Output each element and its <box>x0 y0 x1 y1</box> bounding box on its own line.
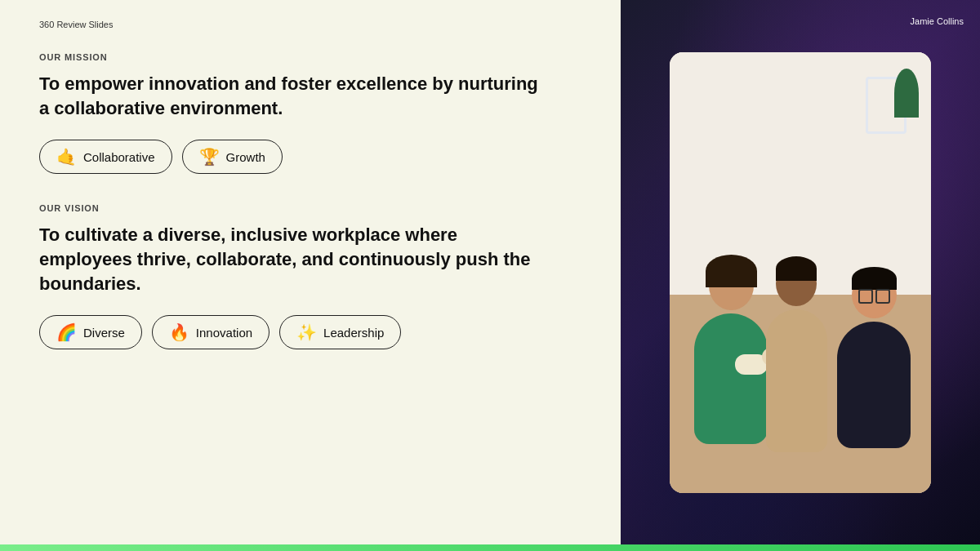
mission-label: OUR MISSION <box>39 52 581 62</box>
vision-section: OUR VISION To cultivate a diverse, inclu… <box>39 203 581 375</box>
left-panel: 360 Review Slides OUR MISSION To empower… <box>0 0 621 544</box>
person-name-label: Jamie Collins <box>911 16 964 26</box>
p2-body <box>766 309 827 452</box>
p2-hair <box>776 256 817 281</box>
vision-text: To cultivate a diverse, inclusive workpl… <box>39 223 546 295</box>
tag-diverse: 🌈 Diverse <box>39 315 142 349</box>
bottom-bar <box>0 544 980 551</box>
mission-section: OUR MISSION To empower innovation and fo… <box>39 52 581 200</box>
tag-innovation: 🔥 Innovation <box>152 315 270 349</box>
p3-hair <box>852 267 897 290</box>
collaborative-emoji: 🤙 <box>56 149 77 165</box>
photo-frame <box>670 52 931 493</box>
people-scene <box>670 52 931 493</box>
p3-body <box>837 322 911 448</box>
tag-collaborative-label: Collaborative <box>83 150 155 164</box>
mission-text: To empower innovation and foster excelle… <box>39 72 546 120</box>
vision-label: OUR VISION <box>39 203 581 213</box>
tag-growth: 🏆 Growth <box>182 140 283 174</box>
main-container: 360 Review Slides OUR MISSION To empower… <box>0 0 980 544</box>
tag-innovation-label: Innovation <box>196 326 252 340</box>
p3-head <box>852 271 897 318</box>
diverse-emoji: 🌈 <box>56 324 77 340</box>
tag-diverse-label: Diverse <box>83 326 125 340</box>
person3 <box>829 271 919 448</box>
p3-glasses <box>858 289 890 302</box>
vision-tags: 🌈 Diverse 🔥 Innovation ✨ Leadership <box>39 315 581 349</box>
slide-title: 360 Review Slides <box>39 20 581 29</box>
tag-growth-label: Growth <box>226 150 265 164</box>
innovation-emoji: 🔥 <box>169 324 189 340</box>
tag-leadership: ✨ Leadership <box>279 315 401 349</box>
mission-tags: 🤙 Collaborative 🏆 Growth <box>39 140 581 174</box>
plant-decoration <box>894 69 919 118</box>
leadership-emoji: ✨ <box>296 324 317 340</box>
tag-leadership-label: Leadership <box>323 326 384 340</box>
person2 <box>755 261 837 452</box>
right-panel: Jamie Collins <box>621 0 980 544</box>
p1-head <box>709 261 754 310</box>
p1-hair <box>706 255 757 287</box>
p2-head <box>776 261 817 306</box>
tag-collaborative: 🤙 Collaborative <box>39 140 172 174</box>
growth-emoji: 🏆 <box>199 149 220 165</box>
